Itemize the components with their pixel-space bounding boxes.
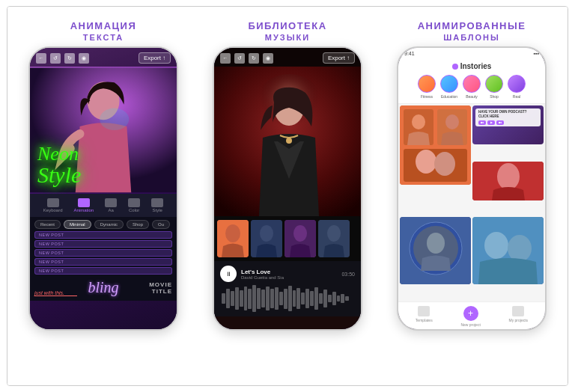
template-cell-5[interactable]	[472, 217, 544, 284]
phone2-toolbar: ← ↺ ↻ ◉ Export ↑	[214, 48, 361, 67]
thumb-2[interactable]	[251, 220, 282, 257]
wave-bar	[332, 292, 336, 305]
wave-bar	[305, 289, 309, 307]
style-icon	[151, 198, 163, 207]
template-cell-3[interactable]	[472, 162, 544, 200]
pill-recent[interactable]: Recent	[34, 220, 61, 229]
status-icons: ▪▪▪	[534, 51, 539, 56]
wave-bar	[293, 290, 296, 307]
cat-avatar-beauty	[463, 75, 481, 93]
instories-name: Instories	[460, 62, 492, 70]
category-item[interactable]: Education	[440, 75, 458, 99]
tab-animation[interactable]: Animation	[70, 197, 99, 214]
templates-icon	[418, 306, 430, 316]
waveform-display: .wave-bar:nth-child(1){height:15%} .wave…	[220, 285, 355, 312]
svg-point-21	[416, 150, 436, 174]
wave-bar	[231, 291, 234, 306]
redo-icon[interactable]: ↻	[64, 53, 75, 64]
neon-text-overlay: Neon Style	[37, 144, 169, 186]
thumb-3[interactable]	[285, 220, 316, 257]
tab-keyboard[interactable]: Keyboard	[39, 197, 67, 214]
cat-label-real: Real	[513, 94, 520, 99]
category-item[interactable]: Beauty	[463, 75, 481, 99]
phone3-bg: 9:41 ▪▪▪ Instories Fitness	[398, 48, 545, 329]
thumb-1[interactable]	[217, 220, 249, 257]
tab-style[interactable]: Style	[147, 197, 168, 214]
wave-bar	[296, 288, 300, 310]
wave-bar	[328, 295, 332, 303]
eye-icon[interactable]: ◉	[79, 53, 89, 64]
phone1-icon-tabs: Keyboard Animation Aa Color	[30, 194, 177, 217]
phone1-bg: ← ↺ ↻ ◉ Export ↑	[30, 48, 177, 329]
panel1-title: АНИМАЦИЯ	[70, 20, 137, 31]
undo-icon[interactable]: ↺	[50, 53, 61, 64]
play-pause-button[interactable]: ⏸	[220, 266, 237, 282]
phone2-image-area	[214, 67, 361, 216]
instories-logo: Instories	[404, 62, 539, 70]
wave-bar	[345, 296, 349, 300]
wave-bar	[323, 290, 327, 307]
undo-icon-2[interactable]: ↺	[234, 53, 245, 64]
tab-text[interactable]: Aa	[100, 197, 121, 214]
cat-avatar-real	[508, 75, 526, 93]
footer-my-projects[interactable]: My projects	[509, 306, 529, 327]
pill-ou[interactable]: Ou	[152, 220, 170, 229]
tab-keyboard-label: Keyboard	[43, 208, 63, 212]
back-icon-2[interactable]: ←	[220, 53, 231, 64]
redo-icon-2[interactable]: ↻	[249, 53, 259, 64]
track-info: Let's Love David Guetta and Sia	[241, 269, 337, 280]
panel-animation: АНИМАЦИЯ ТЕКСТА ← ↺ ↻ ◉ Export ↑	[15, 20, 192, 378]
export-button[interactable]: Export ↑	[139, 52, 171, 64]
export-button-2[interactable]: Export ↑	[323, 52, 355, 64]
keyboard-icon	[47, 198, 59, 207]
export-label: Export	[144, 55, 161, 61]
podcast-text: HAVE YOUR OWN PODCAST? CLICK HERE	[478, 110, 538, 119]
wave-bar	[301, 293, 305, 304]
phone2-bg: ← ↺ ↻ ◉ Export ↑	[214, 48, 361, 329]
cat-label-education: Education	[441, 94, 457, 99]
thumb-4[interactable]	[318, 220, 350, 257]
player-controls: ⏸ Let's Love David Guetta and Sia 03:50	[220, 266, 355, 282]
phone3-header: Instories Fitness Education	[398, 59, 545, 104]
status-time: 9:41	[404, 51, 415, 56]
eye-icon-2[interactable]: ◉	[263, 53, 273, 64]
template-cell-4[interactable]	[400, 217, 471, 284]
category-item[interactable]: Real	[508, 75, 526, 99]
color-icon	[128, 198, 140, 207]
wave-bar	[244, 287, 248, 310]
thumbnail-strip	[214, 216, 361, 261]
instories-dot	[452, 64, 458, 70]
wave-bar	[270, 289, 274, 307]
bling-text: bling	[82, 279, 124, 296]
pill-dynamic[interactable]: Dynamic	[94, 220, 124, 229]
template-grid: HAVE YOUR OWN PODCAST? CLICK HERE ⏮ ▶ ⏭	[398, 104, 545, 301]
neon-line2: Style	[37, 164, 169, 186]
back-icon[interactable]: ←	[36, 53, 46, 64]
wave-bar	[275, 287, 279, 310]
pill-minimal[interactable]: Minimal	[64, 220, 91, 229]
footer-new-project[interactable]: + New project	[460, 306, 480, 327]
svg-point-24	[497, 163, 520, 190]
panel3-title: АНИМИРОВАННЫЕ	[418, 20, 526, 31]
svg-point-2	[100, 108, 129, 130]
track-time: 03:50	[341, 272, 355, 277]
pill-shop[interactable]: Shop	[127, 220, 149, 229]
export-arrow-icon-2: ↑	[347, 55, 350, 61]
track-artist: David Guetta and Sia	[241, 275, 337, 280]
template-cell-1[interactable]	[400, 105, 471, 185]
cat-label-shop: Shop	[490, 94, 499, 99]
footer-templates[interactable]: Templates	[416, 306, 433, 327]
template-cell-2[interactable]: HAVE YOUR OWN PODCAST? CLICK HERE ⏮ ▶ ⏭	[472, 105, 544, 144]
wave-bar	[222, 293, 225, 304]
category-item[interactable]: Shop	[485, 75, 503, 99]
tab-color[interactable]: Color	[124, 197, 144, 214]
style-pills-row: Recent Minimal Dynamic Shop Ou	[34, 220, 172, 229]
phone2-frame: ← ↺ ↻ ◉ Export ↑	[213, 46, 362, 331]
footer-my-projects-label: My projects	[509, 318, 529, 322]
category-item[interactable]: Fitness	[418, 75, 436, 99]
svg-point-14	[327, 225, 341, 242]
toolbar-icons: ← ↺ ↻ ◉	[36, 53, 89, 64]
svg-point-6	[286, 138, 292, 144]
tab-style-label: Style	[153, 208, 162, 212]
wave-bar	[226, 289, 230, 307]
